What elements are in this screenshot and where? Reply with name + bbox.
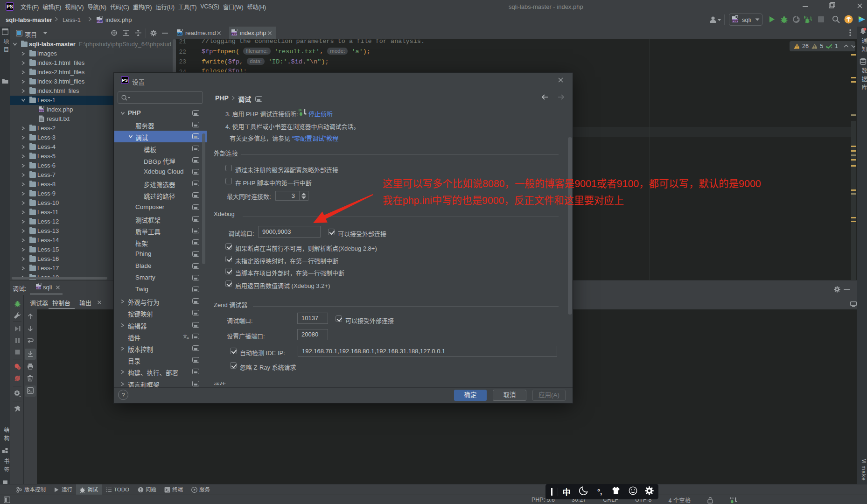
svg-text:PHP: PHP [732, 19, 739, 22]
svg-text:A: A [187, 336, 189, 340]
svg-text:MD: MD [177, 32, 182, 35]
svg-text:PHP: PHP [97, 20, 103, 23]
svg-text:PHP: PHP [231, 32, 238, 35]
svg-text:PHP: PHP [35, 287, 41, 289]
svg-text:PHP: PHP [38, 109, 44, 112]
svg-text:PS: PS [122, 77, 128, 83]
svg-text:PS: PS [7, 4, 13, 9]
